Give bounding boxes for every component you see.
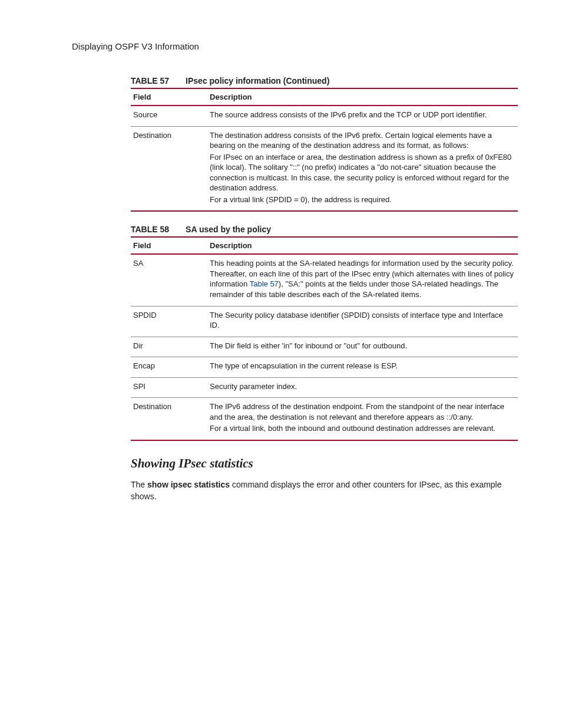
cell-field: SPI [131,377,207,398]
desc-line: The destination address consists of the … [210,130,514,151]
desc-line: This heading points at the SA-related he… [210,258,514,299]
cell-desc: The type of encapsulation in the current… [207,357,518,378]
cell-field: Destination [131,126,207,211]
section-title: Displaying OSPF V3 Information [72,41,518,51]
table-57-table: Field Description Source The source addr… [131,88,518,212]
cell-field: Encap [131,357,207,378]
cell-desc: The destination address consists of the … [207,126,518,211]
desc-line: For a virtual link, both the inbound and… [210,423,514,434]
table-row: Destination The IPv6 address of the dest… [131,398,518,440]
desc-line: The IPv6 address of the destination endp… [210,401,514,422]
subheading: Showing IPsec statistics [131,456,518,471]
desc-line: Security parameter index. [210,381,514,392]
cell-desc: The source address consists of the IPv6 … [207,106,518,126]
desc-line: The Security policy database identifier … [210,310,514,331]
desc-line: The type of encapsulation in the current… [210,361,514,371]
table-number: TABLE 57 [131,76,169,85]
table-row: SPDID The Security policy database ident… [131,306,518,337]
body-pre: The [131,480,147,489]
desc-line: For a virtual link (SPDID = 0), the addr… [210,195,514,205]
command-name: show ipsec statistics [147,480,230,489]
col-field: Field [131,88,207,106]
cell-desc: The Security policy database identifier … [207,306,518,337]
cell-field: Source [131,106,207,126]
table-58-table: Field Description SA This heading points… [131,236,518,441]
table-row: Dir The Dir field is either 'in" for inb… [131,337,518,357]
col-desc: Description [207,237,518,254]
table-row: Source The source address consists of th… [131,106,518,126]
cell-field: SA [131,254,207,306]
desc-line: The Dir field is either 'in" for inbound… [210,341,514,351]
table-title: SA used by the policy [186,225,271,234]
table-title: IPsec policy information (Continued) [186,76,329,85]
cell-desc: Security parameter index. [207,377,518,398]
cell-desc: This heading points at the SA-related he… [207,254,518,306]
table-57: TABLE 57 IPsec policy information (Conti… [131,76,518,212]
table-57-caption: TABLE 57 IPsec policy information (Conti… [131,76,518,85]
desc-line: The source address consists of the IPv6 … [210,110,514,120]
page: Displaying OSPF V3 Information TABLE 57 … [0,0,562,728]
table-58: TABLE 58 SA used by the policy Field Des… [131,225,518,441]
table-row: SA This heading points at the SA-related… [131,254,518,306]
col-field: Field [131,237,207,254]
table-58-caption: TABLE 58 SA used by the policy [131,225,518,234]
table-row: Encap The type of encapsulation in the c… [131,357,518,378]
body-paragraph: The show ipsec statistics command displa… [131,479,518,502]
col-desc: Description [207,88,518,106]
cell-field: Dir [131,337,207,357]
cell-field: SPDID [131,306,207,337]
cell-field: Destination [131,398,207,440]
cell-desc: The IPv6 address of the destination endp… [207,398,518,440]
table-row: Destination The destination address cons… [131,126,518,211]
table-row: SPI Security parameter index. [131,377,518,398]
table-number: TABLE 58 [131,225,169,234]
crossref-link[interactable]: Table 57 [250,279,279,288]
cell-desc: The Dir field is either 'in" for inbound… [207,337,518,357]
desc-line: For IPsec on an interface or area, the d… [210,152,514,193]
